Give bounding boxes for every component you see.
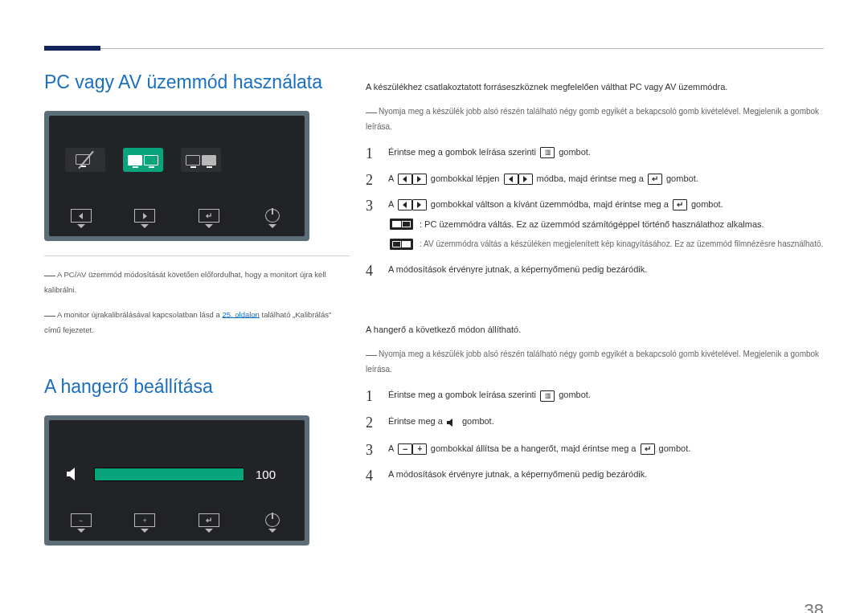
menu-icon: ▥ <box>540 147 555 158</box>
s2-step4: A módosítások érvényre jutnak, a képerny… <box>366 467 824 482</box>
s2-step1: Érintse meg a gombok leírása szerinti ▥ … <box>366 387 824 403</box>
av-mode-icon <box>390 239 413 250</box>
s1-step1: Érintse meg a gombok leírása szerinti ▥ … <box>366 145 824 160</box>
s2-step2: Érintse meg a gombot. <box>366 414 824 429</box>
s1-step3: A gombokkal váltson a kívánt üzemmódba, … <box>366 197 824 250</box>
enter-icon: ↵ <box>648 174 662 185</box>
s2-step3: A −+ gombokkal állítsa be a hangerőt, ma… <box>366 441 824 456</box>
osd-btn-right <box>133 209 157 228</box>
left-arrow-icon <box>504 174 518 185</box>
right-arrow-icon <box>518 174 533 185</box>
osd-btn-enter2: ↵ <box>197 513 221 533</box>
pc-mode-expl: : PC üzemmódra váltás. Ez az üzemmód szá… <box>420 217 764 232</box>
av-mode-expl: : AV üzemmódra váltás a készüléken megje… <box>420 237 823 251</box>
osd-btn-plus: + <box>133 513 157 533</box>
osd-screenshot-volume: 100 − + ↵ <box>44 415 309 546</box>
menu-icon: ▥ <box>540 390 555 402</box>
page-number: 38 <box>44 600 824 613</box>
right-arrow-icon <box>412 174 427 185</box>
volume-bar <box>94 468 244 481</box>
speaker-icon <box>67 467 83 481</box>
osd-source-mute-icon <box>65 148 105 172</box>
osd-btn-minus: − <box>69 513 93 533</box>
section1-subnote: ―Nyomja meg a készülék jobb alsó részén … <box>366 103 824 133</box>
section1-title: PC vagy AV üzemmód használata <box>44 72 350 93</box>
section2-steps: Érintse meg a gombok leírása szerinti ▥ … <box>366 387 824 482</box>
section1-steps: Érintse meg a gombok leírása szerinti ▥ … <box>366 145 824 276</box>
section1-footnote1: ―A PC/AV üzemmód módosítását követően el… <box>44 266 350 296</box>
osd-pc-mode-icon <box>123 148 163 172</box>
osd-btn-enter: ↵ <box>197 209 221 228</box>
osd-btn-power <box>260 209 285 228</box>
plus-icon: + <box>412 443 427 455</box>
osd-btn-left <box>69 209 93 228</box>
section2-intro: A hangerő a következő módon állítható. <box>366 323 824 337</box>
volume-value: 100 <box>256 468 276 481</box>
speaker-icon-inline <box>447 415 458 430</box>
right-arrow-icon <box>412 199 427 210</box>
minus-icon: − <box>398 443 412 455</box>
pc-mode-icon <box>390 219 413 230</box>
osd-av-mode-icon <box>181 148 221 172</box>
section2-subnote: ―Nyomja meg a készülék jobb alsó részén … <box>366 345 824 376</box>
left-arrow-icon <box>398 199 412 210</box>
section2-title: A hangerő beállítása <box>44 376 350 398</box>
section1-footnote2: ―A monitor újrakalibrálásával kapcsolatb… <box>44 306 350 337</box>
enter-icon: ↵ <box>641 443 655 455</box>
s1-step2: A gombokkal lépjen módba, majd érintse m… <box>366 171 824 186</box>
calib-link[interactable]: 25. oldalon <box>222 309 259 318</box>
osd-btn-power2 <box>260 513 285 533</box>
s1-step4: A módosítások érvényre jutnak, a képerny… <box>366 262 824 277</box>
osd-screenshot-pcav: ↵ <box>44 111 309 241</box>
left-arrow-icon <box>398 174 412 185</box>
enter-icon: ↵ <box>673 199 687 210</box>
top-divider <box>44 48 824 49</box>
section1-intro: A készülékhez csatlakoztatott forráseszk… <box>366 80 824 95</box>
